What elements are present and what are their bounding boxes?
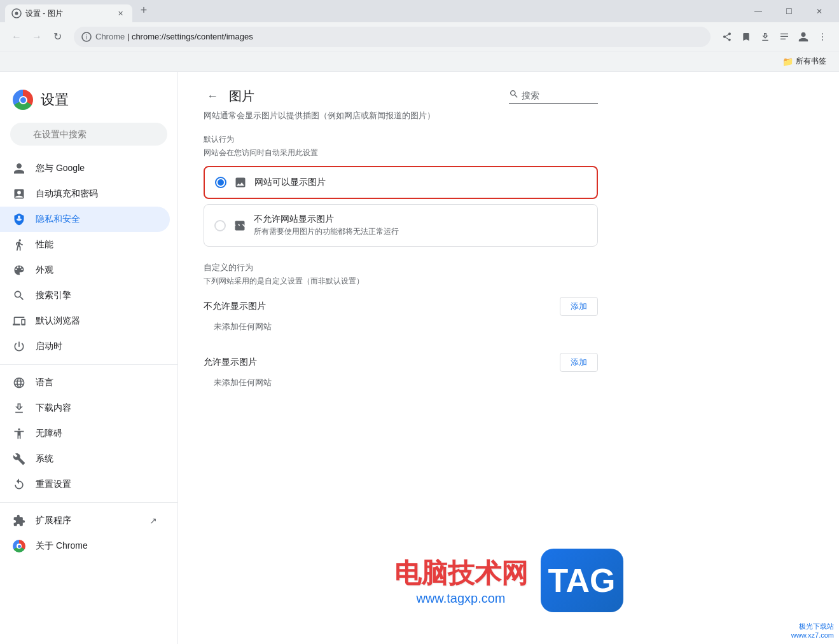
settings-search-input[interactable] [10, 123, 167, 146]
chrome-logo-inner [20, 97, 26, 103]
sidebar-item-browser[interactable]: 默认浏览器 [0, 308, 170, 334]
active-tab[interactable]: 设置 - 图片 ✕ [5, 4, 132, 22]
tab-search-button[interactable] [775, 28, 793, 46]
extensions-icon [13, 514, 25, 527]
title-bar: 设置 - 图片 ✕ + — ☐ ✕ [0, 0, 839, 22]
block-images-text: 不允许网站显示图片 所有需要使用图片的功能都将无法正常运行 [254, 214, 587, 237]
allow-images-radio[interactable] [215, 177, 226, 188]
sidebar-item-autofill[interactable]: 自动填充和密码 [0, 181, 170, 207]
settings-title: 设置 [41, 90, 69, 109]
sidebar-item-downloads-label: 下载内容 [36, 402, 71, 414]
settings-search-wrap: 🔍 [0, 123, 177, 156]
svg-point-1 [15, 12, 18, 15]
search-wrap-inner: 🔍 [10, 123, 167, 146]
default-behavior-section: 默认行为 网站会在您访问时自动采用此设置 网站可以显示图片 [204, 134, 598, 247]
custom-behavior-section: 自定义的行为 下列网站采用的是自定义设置（而非默认设置） 不允许显示图片 添加 … [204, 262, 598, 388]
sidebar-item-appearance-label: 外观 [36, 264, 53, 276]
add-allow-images-button[interactable]: 添加 [560, 353, 598, 372]
sidebar-item-accessibility[interactable]: 无障碍 [0, 421, 170, 446]
content-area: ← 图片 网站通常会显示图片以提供插图（例如网店或新闻报道的图片） 默认行为 网… [178, 72, 623, 404]
page-search-input[interactable] [522, 90, 598, 100]
allow-images-text: 网站可以显示图片 [254, 177, 586, 188]
downloads-icon [13, 402, 25, 414]
appearance-icon [13, 264, 25, 277]
block-images-empty: 未添加任何网站 [204, 321, 598, 332]
sidebar-item-system-label: 系统 [36, 453, 53, 465]
sidebar-item-reset[interactable]: 重置设置 [0, 472, 170, 497]
sidebar-item-about[interactable]: 关于 Chrome [0, 533, 170, 559]
allow-images-subsection-title: 允许显示图片 [204, 357, 257, 368]
corner-logo-line1: 极光下载站 [791, 622, 834, 631]
search-nav-icon [13, 289, 25, 302]
bookmark-all-bookmarks[interactable]: 📁 所有书签 [777, 53, 831, 69]
sidebar-item-accessibility-label: 无障碍 [36, 428, 62, 439]
allow-images-option[interactable]: 网站可以显示图片 [205, 167, 597, 198]
block-images-radio[interactable] [214, 220, 226, 231]
menu-button[interactable] [814, 28, 831, 46]
address-brand: Chrome [95, 32, 125, 41]
corner-logo: 极光下载站 www.xz7.com [791, 622, 834, 639]
sidebar-item-extensions[interactable]: 扩展程序 ↗ [0, 508, 170, 533]
minimize-button[interactable]: — [744, 0, 773, 22]
block-images-option-card: 不允许网站显示图片 所有需要使用图片的功能都将无法正常运行 [204, 204, 598, 247]
allow-images-title: 网站可以显示图片 [254, 177, 586, 188]
block-images-option[interactable]: 不允许网站显示图片 所有需要使用图片的功能都将无法正常运行 [204, 205, 597, 246]
browser-icon [13, 315, 25, 327]
profile-button[interactable] [794, 28, 812, 46]
sidebar-item-language[interactable]: 语言 [0, 370, 170, 395]
image-icon [234, 176, 247, 189]
sidebar-item-privacy[interactable]: 隐私和安全 [0, 207, 170, 232]
sidebar-item-system[interactable]: 系统 [0, 446, 170, 472]
block-images-title: 不允许网站显示图片 [254, 214, 587, 225]
system-icon [13, 453, 25, 465]
svg-rect-6 [780, 38, 786, 39]
svg-text:i: i [86, 34, 87, 41]
address-bar[interactable]: i Chrome | chrome://settings/content/ima… [74, 27, 711, 47]
maximize-button[interactable]: ☐ [774, 0, 803, 22]
address-text: Chrome | chrome://settings/content/image… [95, 32, 703, 41]
sidebar-item-search[interactable]: 搜索引擎 [0, 283, 170, 308]
custom-section-title: 自定义的行为 [204, 262, 598, 273]
allow-images-option-card: 网站可以显示图片 [204, 166, 598, 199]
download-button[interactable] [756, 28, 774, 46]
share-button[interactable] [718, 28, 736, 46]
sidebar-item-performance-label: 性能 [36, 239, 53, 250]
block-images-empty-text: 未添加任何网站 [204, 317, 282, 336]
forward-button[interactable]: → [28, 28, 46, 46]
sidebar-item-performance[interactable]: 性能 [0, 232, 170, 257]
address-separator: | [127, 32, 132, 41]
svg-rect-5 [780, 36, 788, 36]
reset-icon [13, 478, 25, 491]
toolbar: ← → ↻ i Chrome | chrome://settings/conte… [0, 22, 839, 51]
block-images-subsection-header: 不允许显示图片 添加 [204, 297, 598, 316]
folder-icon: 📁 [782, 57, 793, 67]
chrome-logo [13, 90, 33, 110]
window-controls: — ☐ ✕ [744, 0, 834, 22]
sidebar-item-google[interactable]: 您与 Google [0, 156, 170, 181]
startup-icon [13, 340, 25, 353]
language-icon [13, 376, 25, 389]
svg-point-9 [822, 39, 823, 40]
sidebar-item-startup[interactable]: 启动时 [0, 334, 170, 359]
blocked-image-icon [233, 219, 246, 232]
performance-icon [13, 238, 25, 251]
sidebar-item-browser-label: 默认浏览器 [36, 315, 80, 327]
sidebar-item-search-label: 搜索引擎 [36, 290, 71, 301]
tab-close-button[interactable]: ✕ [114, 8, 126, 19]
sidebar-item-language-label: 语言 [36, 377, 53, 388]
block-images-subtitle: 所有需要使用图片的功能都将无法正常运行 [254, 226, 587, 237]
close-button[interactable]: ✕ [805, 0, 834, 22]
back-to-privacy-button[interactable]: ← [204, 87, 221, 105]
new-tab-button[interactable]: + [135, 2, 153, 20]
back-button[interactable]: ← [8, 28, 25, 46]
page-search-wrap [509, 89, 598, 104]
custom-section-subtitle: 下列网站采用的是自定义设置（而非默认设置） [204, 276, 598, 287]
reload-button[interactable]: ↻ [48, 28, 66, 46]
sidebar-item-downloads[interactable]: 下载内容 [0, 395, 170, 421]
sidebar-item-extensions-label: 扩展程序 [36, 515, 71, 526]
bookmark-button[interactable] [737, 28, 755, 46]
add-block-images-button[interactable]: 添加 [560, 297, 598, 316]
sidebar-item-appearance[interactable]: 外观 [0, 257, 170, 283]
default-behavior-label: 默认行为 [204, 134, 598, 145]
bookmark-label: 所有书签 [796, 56, 826, 67]
